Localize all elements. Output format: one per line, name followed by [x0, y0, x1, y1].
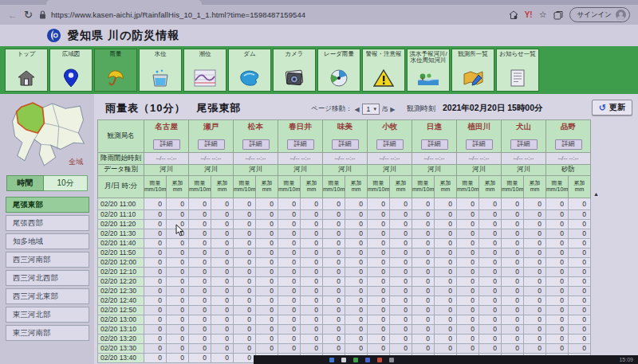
rain-value-cell: 0	[301, 334, 323, 343]
rain-value-cell: 0	[211, 209, 234, 219]
reload-icon[interactable]: ↻	[24, 10, 33, 20]
page-next-button[interactable]: ▶	[390, 106, 395, 113]
rain-value-cell: 0	[323, 198, 345, 209]
nav-wide-area-map[interactable]: 広域図	[49, 49, 93, 92]
rain-value-cell: 0	[234, 229, 256, 238]
windows-taskbar[interactable]: 15:09	[254, 355, 638, 364]
station-detail-button[interactable]: 詳細	[287, 139, 314, 150]
address-bar[interactable]: https://www.kasen-aichi.jp/RainfallHis_1…	[39, 10, 305, 19]
time-cell: 02/20 12:10	[98, 267, 144, 276]
data-type-value: 河川	[144, 164, 189, 175]
taskbar-app-icon[interactable]	[329, 358, 334, 362]
page-nav-label: ページ移動：	[311, 104, 352, 114]
nav-camera[interactable]: カメラ	[273, 49, 316, 92]
map-whole-area-label[interactable]: 全域	[69, 158, 83, 166]
taskbar-app-icon[interactable]	[341, 358, 346, 362]
rain-value-cell: 0	[502, 334, 524, 343]
nav-radar-rainfall[interactable]: レーダ雨量	[317, 49, 360, 92]
taskbar-app-icon[interactable]	[365, 358, 370, 362]
rain-start-value: --/-- --:--	[278, 152, 323, 164]
sidebar-region-higashimikawa-south[interactable]: 東三河南部	[6, 325, 89, 341]
rain-value-cell: 0	[479, 334, 502, 343]
rain-value-cell: 0	[457, 229, 479, 238]
sidebar-region-nishimikawa-northwest[interactable]: 西三河北西部	[6, 270, 89, 286]
rain-value-cell: 0	[345, 219, 368, 229]
rain-value-cell: 0	[479, 276, 502, 286]
rain-value-cell: 0	[211, 353, 234, 362]
signin-button[interactable]: サインイン	[569, 7, 631, 22]
nav-notice-list[interactable]: お知らせ一覧	[496, 49, 539, 92]
back-icon[interactable]: ←	[8, 10, 18, 20]
nav-station-list[interactable]: 観測所一覧	[451, 49, 494, 92]
rain-value-cell: 0	[256, 343, 278, 353]
sidebar-region-owari-east[interactable]: 尾張東部	[6, 197, 89, 213]
station-detail-button[interactable]: 詳細	[198, 139, 225, 150]
browser-tool-icon[interactable]	[509, 10, 518, 20]
rain-value-cell: 0	[234, 257, 256, 267]
nav-top[interactable]: トップ	[5, 49, 48, 92]
rain-value-cell: 0	[457, 198, 479, 209]
rain-value-cell: 0	[435, 324, 457, 334]
rain-value-cell: 0	[479, 315, 502, 324]
nav-flood-forecast-rivers[interactable]: 洪水予報河川/水位周知河川	[407, 49, 450, 92]
station-detail-button[interactable]: 詳細	[242, 139, 270, 150]
sidebar-region-nishimikawa-south[interactable]: 西三河南部	[6, 252, 89, 268]
page-select[interactable]: 1 ▼	[362, 104, 380, 115]
cumulative-col-header: 累加mm	[301, 175, 323, 198]
page-prev-button[interactable]: ◀	[354, 106, 359, 113]
aichi-region-map[interactable]: 全域	[6, 99, 89, 172]
refresh-button[interactable]: ↺ 更新	[592, 100, 632, 115]
rain-value-cell: 0	[569, 305, 591, 315]
nav-dam[interactable]: ダム	[228, 49, 271, 92]
station-detail-button[interactable]: 詳細	[376, 139, 404, 150]
rain-value-cell: 0	[435, 248, 457, 257]
rain-value-cell: 0	[569, 229, 591, 238]
rain-value-cell: 0	[569, 209, 591, 219]
rain-value-cell: 0	[211, 267, 234, 276]
favorites-star-icon[interactable]: ☆	[539, 10, 547, 20]
station-detail-button[interactable]: 詳細	[153, 139, 180, 150]
sidebar-region-chita[interactable]: 知多地域	[6, 233, 89, 249]
station-name: 瀬戸	[189, 122, 233, 132]
rain-value-cell: 0	[189, 353, 211, 362]
rain-value-cell: 0	[479, 324, 502, 334]
station-detail-button[interactable]: 詳細	[421, 139, 448, 150]
rain-value-cell: 0	[479, 296, 502, 305]
rain-value-cell: 0	[256, 267, 278, 276]
station-header-cell: 犬山詳細	[502, 120, 546, 153]
taskbar-app-icon[interactable]	[353, 358, 358, 362]
rain-value-cell: 0	[323, 324, 345, 334]
time-interval-value[interactable]: 10分	[44, 175, 88, 191]
nav-rainfall[interactable]: 雨量	[94, 49, 137, 92]
rain-value-cell: 0	[167, 305, 189, 315]
rain-value-cell: 0	[278, 248, 301, 257]
station-detail-button[interactable]: 詳細	[466, 139, 493, 150]
nav-water-level[interactable]: 水位	[139, 49, 182, 92]
rain-value-cell: 0	[546, 238, 569, 248]
table-body[interactable]: 02/20 11:000000000000000000000002/20 11:…	[98, 198, 591, 362]
station-name: 日進	[412, 122, 456, 132]
page-select-value: 1	[367, 105, 371, 113]
station-detail-button[interactable]: 詳細	[510, 139, 538, 150]
sidebar-region-owari-west[interactable]: 尾張西部	[6, 215, 89, 231]
sidebar-region-nishimikawa-northeast[interactable]: 西三河北東部	[6, 288, 89, 304]
time-cell: 02/20 11:30	[98, 229, 144, 238]
station-detail-button[interactable]: 詳細	[332, 139, 359, 150]
station-detail-button[interactable]: 詳細	[555, 139, 582, 150]
nav-tide-level[interactable]: 潮位	[183, 49, 226, 92]
rain-value-cell: 0	[144, 267, 167, 276]
collections-icon[interactable]	[553, 10, 563, 20]
time-cell: 02/20 11:10	[98, 209, 144, 219]
rain-col-header: 雨量mm/10m	[323, 175, 345, 198]
yahoo-extension-icon[interactable]: Y!	[525, 10, 533, 19]
taskbar-app-icon[interactable]	[377, 358, 382, 362]
nav-warnings[interactable]: 警報・注意報	[362, 49, 405, 92]
sidebar-region-higashimikawa-north[interactable]: 東三河北部	[6, 307, 89, 323]
table-row: 02/20 13:1000000000000000000000	[98, 324, 591, 334]
rain-value-cell: 0	[368, 324, 390, 334]
taskbar-app-icon[interactable]	[389, 358, 394, 362]
cumulative-col-header: 累加mm	[345, 175, 368, 198]
scroll-up-icon[interactable]: ▲	[593, 191, 599, 197]
rain-value-cell: 0	[234, 343, 256, 353]
main-nav-toolbar: トップ 広域図 雨量 水位 潮位 ダム カメラ レーダ雨量	[0, 46, 638, 94]
